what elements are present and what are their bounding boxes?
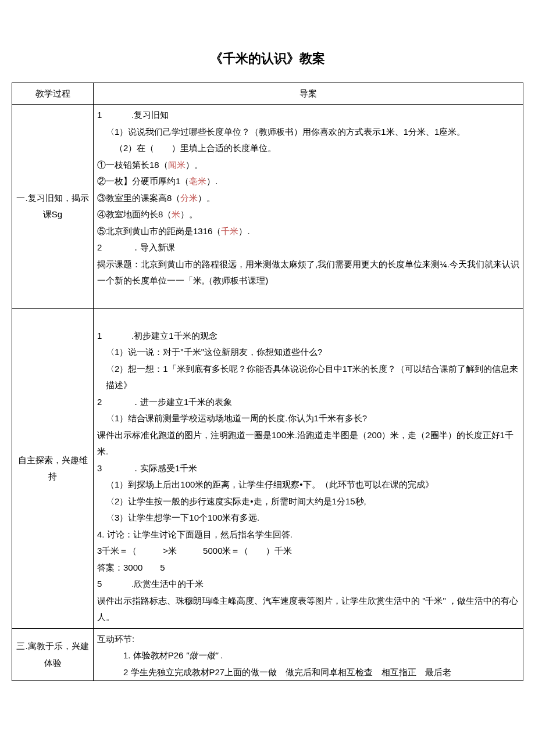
page-title: 《千米的认识》教案: [12, 46, 523, 71]
body-text: （2）在（ ）里填上合适的长度单位。: [97, 140, 519, 157]
answer-text: 千米: [221, 226, 238, 236]
header-col2: 导案: [94, 83, 523, 105]
fill-item: ⑤北京到黄山市的距岗是1316（千米）.: [97, 223, 519, 240]
answer-text: 闻米: [168, 160, 186, 170]
list-number: 1: [97, 328, 105, 345]
heading-text: ．实际感受1千米: [131, 463, 197, 473]
list-number: 3: [97, 460, 105, 477]
heading-text: .初步建立1千米的观念: [131, 331, 217, 341]
fill-item: ①一枝铅第长18（闻米）。: [97, 157, 519, 174]
list-number: 5: [97, 576, 105, 593]
body-text: 2 学生先独立完成教材P27上面的做一做 做完后和同卓相互检查 相互指正 最后老: [97, 664, 519, 681]
heading-text: ．进一步建立1千米的表象: [131, 397, 232, 407]
row-content: 1 .复习旧知 〈1）说说我们己学过哪些长度单位？（教师板书）用你喜欢的方式表示…: [94, 105, 523, 309]
heading-text: .复习旧知: [131, 110, 169, 120]
body-text: 答案：3000 5: [97, 560, 519, 576]
answer-text: 亳米: [189, 176, 206, 186]
body-text: 误件出示指路标志、珠穆朗玛峰主峰高度、汽车速度表等图片，让学生欣赏生活中的 "千…: [97, 593, 519, 626]
body-text: （1）到探场上后出100米的距离，让学生仔细观察•下。（此环节也可以在课的完成》: [97, 476, 519, 493]
body-text: 〈1）说说我们己学过哪些长度单位？（教师板书）用你喜欢的方式表示1米、1分米、1…: [97, 124, 519, 141]
fill-item: ④教室地面约长8（米）。: [97, 206, 519, 223]
body-text: 〈1）说一说：对于"千米"这位新朋友，你想知道些什么?: [97, 344, 519, 361]
heading-text: 4. 讨论：让学生讨论下面题目，然后指名学生回答.: [97, 526, 519, 543]
heading-text: 互动环节:: [97, 631, 519, 648]
answer-text: 分米: [180, 193, 198, 203]
row-label: 自主探索，兴趣维持: [12, 309, 94, 629]
body-text: 3千米＝（ >米 5000米＝（ ）千米: [97, 543, 519, 560]
body-text: 〈2）想一想：1「米到底有多长呢？你能否具体说说你心目中1T米的长度？（可以结合…: [97, 361, 519, 394]
fill-item: ②一枚】分硬币厚约1（亳米）.: [97, 173, 519, 190]
body-text: 1. 体验教材P26 "做一做" .: [97, 647, 519, 664]
body-text: 揭示课题：北京到黄山市的路程很远，用米测做太麻烦了,我们需要用更大的长度单位来测…: [97, 256, 519, 289]
row-content: 互动环节: 1. 体验教材P26 "做一做" . 2 学生先独立完成教材P27上…: [94, 628, 523, 681]
row-content: 1 .初步建立1千米的观念 〈1）说一说：对于"千米"这位新朋友，你想知道些什么…: [94, 309, 523, 629]
heading-text: .欣赏生活中的千米: [131, 579, 204, 589]
table-row: 自主探索，兴趣维持 1 .初步建立1千米的观念 〈1）说一说：对于"千米"这位新…: [12, 309, 523, 629]
answer-text: 米: [172, 209, 180, 219]
table-row: 三.寓教于乐，兴建体验 互动环节: 1. 体验教材P26 "做一做" . 2 学…: [12, 628, 523, 681]
list-number: 2: [97, 239, 105, 256]
body-text: 〈1）结合课前测量学校运动场地道一周的长度.你认为1千米有多长?: [97, 410, 519, 427]
table-header-row: 教学过程 导案: [12, 83, 523, 105]
lesson-table: 教学过程 导案 一.复习旧知，揭示课Sg 1 .复习旧知 〈1）说说我们己学过哪…: [12, 83, 523, 682]
body-text: 课件出示标准化跑道的图片，注明跑道一圈是100米.沿跑道走半图是（200）米，走…: [97, 427, 519, 460]
row-label: 一.复习旧知，揭示课Sg: [12, 105, 94, 309]
heading-text: ．导入新课: [131, 242, 175, 252]
header-col1: 教学过程: [12, 83, 94, 105]
list-number: 2: [97, 394, 105, 411]
row-label: 三.寓教于乐，兴建体验: [12, 628, 94, 681]
body-text: 〈2）让学生按一般的步行速度实际走•走，所需时间大约是1分15秒,: [97, 493, 519, 510]
body-text: 〈3）让学生想学一下10个100米有多远.: [97, 510, 519, 526]
fill-item: ③教室里的课案高8（分米）。: [97, 190, 519, 207]
list-number: 1: [97, 107, 105, 124]
table-row: 一.复习旧知，揭示课Sg 1 .复习旧知 〈1）说说我们己学过哪些长度单位？（教…: [12, 105, 523, 309]
